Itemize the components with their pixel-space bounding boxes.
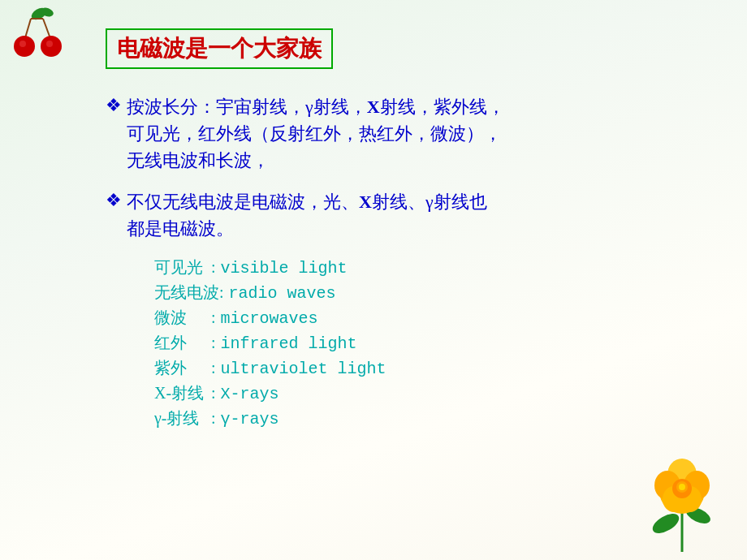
vocab-list: 可见光 : visible light 无线电波 : radio waves 微… xyxy=(154,256,706,429)
slide-title: 电磁波是一个大家族 xyxy=(117,36,322,61)
vocab-english-5: ultraviolet light xyxy=(221,360,386,378)
vocab-english-4: infrared light xyxy=(221,334,357,353)
bullet-text-1: 按波长分：宇宙射线，γ射线，X射线，紫外线， 可见光，红外线（反射红外，热红外，… xyxy=(127,93,505,174)
vocab-english-2: radio waves xyxy=(229,284,336,303)
vocab-item-gamma-rays: γ-射线 : γ-rays xyxy=(154,407,706,429)
vocab-chinese-4: 红外 xyxy=(154,332,211,354)
vocab-colon-3: : xyxy=(211,308,216,327)
vocab-colon-7: : xyxy=(211,409,216,428)
rose-decoration xyxy=(633,446,731,552)
vocab-chinese-2: 无线电波 xyxy=(154,282,219,304)
vocab-item-xrays: X-射线 : X-rays xyxy=(154,382,706,404)
vocab-english-1: visible light xyxy=(221,259,348,278)
vocab-item-infrared: 红外 : infrared light xyxy=(154,332,706,354)
vocab-english-6: X-rays xyxy=(221,385,279,403)
vocab-chinese-7: γ-射线 xyxy=(154,407,211,429)
vocab-english-3: microwaves xyxy=(221,309,318,328)
bullet-section-1: ❖ 按波长分：宇宙射线，γ射线，X射线，紫外线， 可见光，红外线（反射红外，热红… xyxy=(106,93,706,174)
vocab-colon-5: : xyxy=(211,359,216,377)
vocab-colon-6: : xyxy=(211,384,216,403)
svg-point-20 xyxy=(679,484,685,490)
vocab-item-microwaves: 微波 : microwaves xyxy=(154,307,706,329)
vocab-colon-1: : xyxy=(211,258,216,277)
vocab-chinese-6: X-射线 xyxy=(154,382,211,404)
vocab-chinese-1: 可见光 xyxy=(154,256,211,278)
svg-point-6 xyxy=(19,41,26,47)
bullet-icon-2: ❖ xyxy=(106,190,122,211)
vocab-item-ultraviolet: 紫外 : ultraviolet light xyxy=(154,357,706,379)
vocab-english-7: γ-rays xyxy=(221,410,279,429)
main-content: ❖ 按波长分：宇宙射线，γ射线，X射线，紫外线， 可见光，红外线（反射红外，热红… xyxy=(106,93,706,429)
vocab-chinese-3: 微波 xyxy=(154,307,211,329)
bullet-text-2: 不仅无线电波是电磁波，光、X射线、γ射线也 都是电磁波。 xyxy=(127,188,487,242)
title-area: 电磁波是一个大家族 xyxy=(106,28,706,85)
cherry-decoration xyxy=(6,4,71,69)
vocab-chinese-5: 紫外 xyxy=(154,357,211,379)
vocab-colon-4: : xyxy=(211,334,216,352)
title-box: 电磁波是一个大家族 xyxy=(106,28,333,69)
vocab-item-visible-light: 可见光 : visible light xyxy=(154,256,706,278)
svg-point-10 xyxy=(650,510,682,537)
slide-container: 电磁波是一个大家族 ❖ 按波长分：宇宙射线，γ射线，X射线，紫外线， 可见光，红… xyxy=(0,0,747,560)
bullet-section-2: ❖ 不仅无线电波是电磁波，光、X射线、γ射线也 都是电磁波。 xyxy=(106,188,706,242)
bullet-icon-1: ❖ xyxy=(106,95,122,116)
vocab-item-radio-waves: 无线电波 : radio waves xyxy=(154,282,706,304)
vocab-colon-2: : xyxy=(219,283,224,302)
svg-point-8 xyxy=(46,41,53,47)
